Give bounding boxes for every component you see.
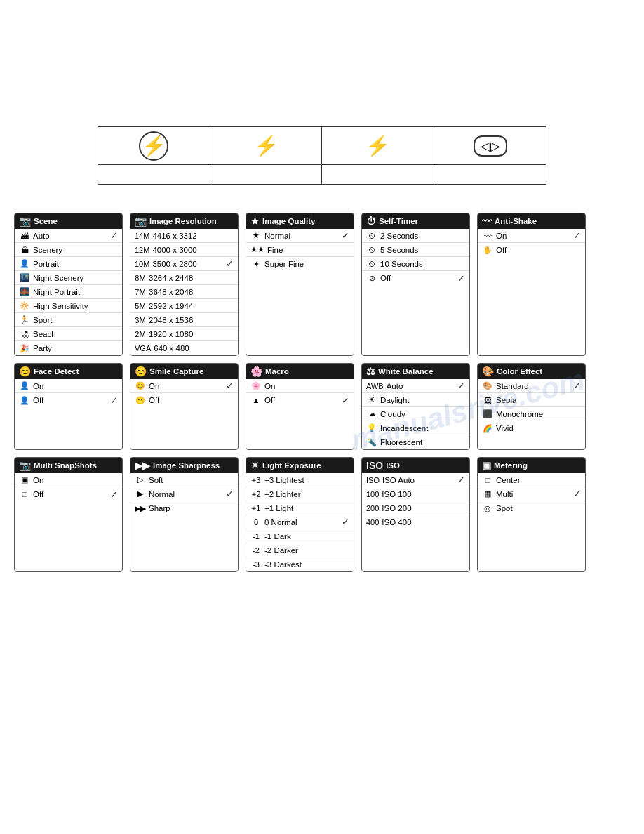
item-icon-iso-2: 200: [366, 504, 379, 512]
flash-icon-2: ⚡: [210, 127, 322, 165]
menu-item-image-resolution-1[interactable]: 12M4000 x 3000: [130, 243, 238, 257]
menu-item-image-resolution-3[interactable]: 8M3264 x 2448: [130, 271, 238, 285]
menu-item-face-detect-1[interactable]: 👤Off✓: [15, 393, 122, 407]
menu-item-metering-0[interactable]: □Center: [478, 473, 585, 487]
item-icon-self-timer-0: ⏲: [366, 232, 377, 240]
menu-item-iso-1[interactable]: 100ISO 100: [362, 487, 469, 501]
menu-item-scene-7[interactable]: 🏖Beach: [15, 327, 122, 341]
menu-header-label-smile-capture: Smile Capture: [149, 367, 203, 376]
menu-header-icon-image-resolution: 📷: [135, 216, 147, 227]
menu-item-image-sharpness-0[interactable]: ▷Soft: [130, 473, 238, 487]
menu-header-color-effect: 🎨Color Effect: [478, 364, 585, 379]
menu-item-scene-0[interactable]: 🏙Auto✓: [15, 229, 122, 243]
flash-icon-1: ⚡: [98, 127, 210, 165]
item-check-white-balance-0: ✓: [457, 380, 465, 391]
menu-item-scene-6[interactable]: 🏃Sport: [15, 313, 122, 327]
menu-item-white-balance-0[interactable]: AWBAuto✓: [362, 379, 469, 393]
menu-header-label-white-balance: White Balance: [378, 367, 434, 376]
item-label-image-resolution-3: 3264 x 2448: [149, 274, 193, 282]
menu-item-white-balance-1[interactable]: ☀Daylight: [362, 393, 469, 407]
menu-item-scene-3[interactable]: 🌃Night Scenery: [15, 271, 122, 285]
menu-item-image-resolution-5[interactable]: 5M2592 x 1944: [130, 299, 238, 313]
menu-item-face-detect-0[interactable]: 👤On: [15, 379, 122, 393]
menu-item-smile-capture-0[interactable]: 😊On✓: [130, 379, 238, 393]
menu-item-white-balance-2[interactable]: ☁Cloudy: [362, 407, 469, 421]
menu-item-image-resolution-8[interactable]: VGA640 x 480: [130, 341, 238, 355]
menu-header-label-image-sharpness: Image Sharpness: [153, 461, 220, 470]
menu-header-label-macro: Macro: [265, 367, 289, 376]
menu-item-image-resolution-7[interactable]: 2M1920 x 1080: [130, 327, 238, 341]
item-icon-image-resolution-4: 7M: [135, 288, 146, 296]
menu-header-anti-shake: 〰Anti-Shake: [478, 213, 585, 229]
item-label-color-effect-0: Standard: [496, 382, 529, 390]
menu-iso: ISOISOISOISO Auto✓100ISO 100200ISO 20040…: [361, 457, 470, 572]
menu-item-metering-2[interactable]: ◎Spot: [478, 501, 585, 515]
menu-item-light-exposure-1[interactable]: +2+2 Lighter: [246, 487, 354, 501]
menu-item-multi-snapshots-1[interactable]: □Off✓: [15, 487, 122, 501]
item-icon-white-balance-1: ☀: [366, 395, 377, 404]
item-icon-light-exposure-0: +3: [250, 476, 262, 484]
col4-label: [434, 165, 546, 185]
item-icon-light-exposure-5: -2: [250, 546, 262, 555]
menu-item-image-quality-0[interactable]: ★Normal✓: [246, 229, 354, 243]
menu-item-anti-shake-0[interactable]: 〰On✓: [478, 229, 585, 243]
menu-item-self-timer-0[interactable]: ⏲2 Seconds: [362, 229, 469, 243]
menu-item-scene-5[interactable]: 🔆High Sensitivity: [15, 299, 122, 313]
menu-item-light-exposure-6[interactable]: -3-3 Darkest: [246, 557, 354, 571]
menu-item-scene-8[interactable]: 🎉Party: [15, 341, 122, 355]
menu-item-iso-0[interactable]: ISOISO Auto✓: [362, 473, 469, 487]
menu-item-image-resolution-2[interactable]: 10M3500 x 2800✓: [130, 257, 238, 271]
menu-item-light-exposure-4[interactable]: -1-1 Dark: [246, 529, 354, 543]
item-icon-scene-6: 🏃: [19, 315, 30, 324]
menu-item-smile-capture-1[interactable]: 😐Off: [130, 393, 238, 407]
menu-header-icon-macro: 🌸: [250, 366, 262, 377]
menu-item-image-quality-2[interactable]: ✦Super Fine: [246, 257, 354, 271]
menu-item-self-timer-3[interactable]: ⊘Off✓: [362, 271, 469, 285]
item-label-scene-6: Sport: [33, 316, 53, 324]
menu-item-image-resolution-4[interactable]: 7M3648 x 2048: [130, 285, 238, 299]
menu-header-icon-color-effect: 🎨: [482, 366, 494, 377]
item-icon-white-balance-0: AWB: [366, 382, 384, 390]
item-label-color-effect-2: Monochrome: [496, 410, 543, 418]
item-icon-light-exposure-3: 0: [250, 518, 262, 527]
menu-item-image-sharpness-1[interactable]: ▶Normal✓: [130, 487, 238, 501]
menu-header-icon-iso: ISO: [366, 460, 383, 471]
menu-item-anti-shake-1[interactable]: ✋Off: [478, 243, 585, 257]
menu-header-label-image-quality: Image Quality: [262, 217, 315, 225]
item-icon-multi-snapshots-1: □: [19, 490, 30, 498]
menu-item-color-effect-2[interactable]: ⬛Monochrome: [478, 407, 585, 421]
menu-item-image-resolution-0[interactable]: 14M4416 x 3312: [130, 229, 238, 243]
menu-item-light-exposure-2[interactable]: +1+1 Light: [246, 501, 354, 515]
row3-menus: 📷Multi SnapShots▣On□Off✓▶▶Image Sharpnes…: [14, 457, 630, 572]
item-icon-smile-capture-1: 😐: [135, 396, 146, 405]
menu-item-self-timer-2[interactable]: ⏲10 Seconds: [362, 257, 469, 271]
menu-item-color-effect-3[interactable]: 🌈Vivid: [478, 421, 585, 435]
menu-item-image-sharpness-2[interactable]: ▶▶Sharp: [130, 501, 238, 515]
menu-item-light-exposure-3[interactable]: 00 Normal✓: [246, 515, 354, 529]
menu-item-color-effect-0[interactable]: 🎨Standard✓: [478, 379, 585, 393]
menu-item-self-timer-1[interactable]: ⏲5 Seconds: [362, 243, 469, 257]
menu-item-white-balance-3[interactable]: 💡Incandescent: [362, 421, 469, 435]
menu-item-scene-4[interactable]: 🌉Night Portrait: [15, 285, 122, 299]
menu-item-iso-2[interactable]: 200ISO 200: [362, 501, 469, 515]
menu-header-icon-image-quality: ★: [250, 216, 260, 227]
menu-item-scene-2[interactable]: 👤Portrait: [15, 257, 122, 271]
menu-item-macro-1[interactable]: ▲Off✓: [246, 393, 354, 407]
item-label-image-sharpness-2: Sharp: [149, 504, 170, 512]
menu-header-icon-metering: ▣: [482, 460, 491, 471]
menu-item-scene-1[interactable]: 🏔Scenery: [15, 243, 122, 257]
menu-item-iso-3[interactable]: 400ISO 400: [362, 515, 469, 529]
menu-item-macro-0[interactable]: 🌸On: [246, 379, 354, 393]
menu-item-color-effect-1[interactable]: 🖼Sepia: [478, 393, 585, 407]
item-label-macro-0: On: [264, 382, 275, 390]
menu-item-multi-snapshots-0[interactable]: ▣On: [15, 473, 122, 487]
item-icon-color-effect-1: 🖼: [482, 396, 493, 404]
menu-item-light-exposure-5[interactable]: -2-2 Darker: [246, 543, 354, 557]
item-label-image-resolution-8: 640 x 480: [154, 344, 189, 352]
menu-item-image-resolution-6[interactable]: 3M2048 x 1536: [130, 313, 238, 327]
menu-item-white-balance-4[interactable]: 🔦Fluorescent: [362, 435, 469, 449]
menu-item-metering-1[interactable]: ▦Multi✓: [478, 487, 585, 501]
item-icon-self-timer-2: ⏲: [366, 260, 377, 268]
menu-item-image-quality-1[interactable]: ★★Fine: [246, 243, 354, 257]
menu-item-light-exposure-0[interactable]: +3+3 Lightest: [246, 473, 354, 487]
